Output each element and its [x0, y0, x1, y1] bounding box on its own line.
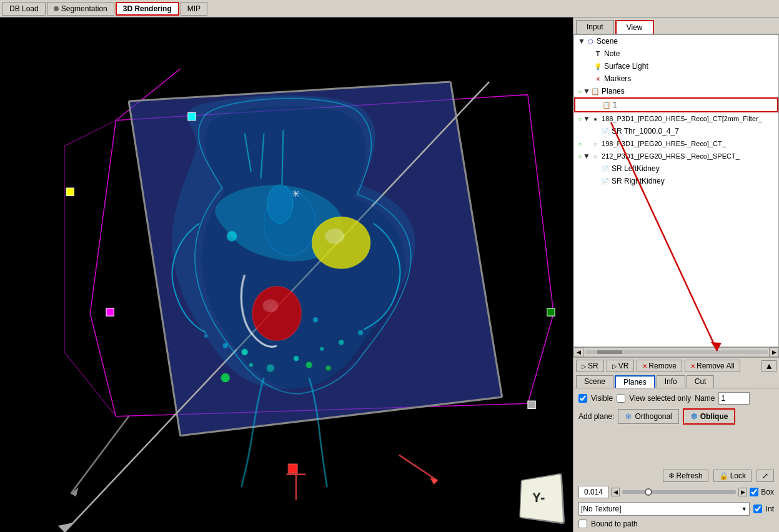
- sr-button[interactable]: ▷ SR: [576, 360, 604, 372]
- slider-track[interactable]: [622, 490, 736, 494]
- segmentation-label: Segmentation: [61, 4, 107, 13]
- refresh-icon: ❄: [668, 471, 675, 480]
- y-minus-label: Y-: [532, 489, 545, 506]
- value-input[interactable]: [578, 486, 608, 498]
- svg-line-13: [129, 82, 450, 101]
- tab-mip[interactable]: MIP: [181, 2, 207, 16]
- svg-point-23: [337, 232, 345, 240]
- tree-scrollbar[interactable]: ◀ ▶: [573, 347, 779, 357]
- svg-point-22: [227, 231, 237, 241]
- orthogonal-label: Orthogonal: [635, 412, 672, 421]
- svg-line-7: [116, 69, 180, 120]
- svg-line-9: [64, 121, 116, 146]
- visible-checkbox[interactable]: [578, 394, 587, 403]
- tab-cut[interactable]: Cut: [687, 375, 715, 388]
- tab-planes[interactable]: Planes: [615, 375, 655, 388]
- svg-line-16: [129, 101, 180, 436]
- tree-label-scene: Scene: [597, 37, 618, 46]
- scroll-track[interactable]: [585, 350, 768, 354]
- scroll-right-btn[interactable]: ▶: [769, 347, 779, 357]
- vr-icon: ▷: [612, 363, 617, 370]
- tree-label-planes: Planes: [602, 87, 625, 96]
- 188-circle: ○: [578, 116, 582, 122]
- tree-item-right-kidney[interactable]: 📄 SR RightKidney: [574, 175, 778, 187]
- svg-line-2: [528, 95, 553, 313]
- tree-item-planes[interactable]: ○ ▼ 📋 Planes: [574, 85, 778, 97]
- remove-x-icon: ✕: [642, 363, 647, 370]
- tree-item-note[interactable]: T Note: [574, 47, 778, 60]
- svg-marker-53: [430, 478, 437, 485]
- tab-3d-rendering[interactable]: 3D Rendering: [116, 2, 179, 16]
- collapse-button[interactable]: ▲: [762, 360, 777, 372]
- tree-arrow-note: [585, 49, 593, 58]
- name-input[interactable]: [718, 392, 750, 405]
- svg-line-52: [399, 455, 438, 481]
- scene-tree[interactable]: ▼ ⬡ Scene T Note 💡 Surface Light: [573, 34, 779, 347]
- oblique-button[interactable]: ❄ Oblique: [683, 408, 736, 425]
- texture-select[interactable]: [No Texture] ▼: [578, 502, 750, 516]
- svg-marker-55: [71, 487, 78, 496]
- scroll-left-btn[interactable]: ◀: [573, 347, 583, 357]
- svg-rect-0: [0, 17, 573, 532]
- svg-point-37: [252, 287, 301, 341]
- tab-info[interactable]: Info: [657, 375, 685, 388]
- tree-label-right-kidney: SR RightKidney: [612, 177, 665, 185]
- planes-circle: ○: [578, 88, 582, 95]
- tab-scene[interactable]: Scene: [576, 375, 613, 388]
- tree-label-markers: Markers: [604, 74, 631, 83]
- tree-item-plane-1[interactable]: 📋 1: [574, 97, 778, 112]
- vr-button[interactable]: ▷ VR: [607, 360, 635, 372]
- bound-row: Bound to path: [578, 520, 774, 528]
- remove-all-button[interactable]: ✕ Remove All: [685, 360, 740, 372]
- tab-view[interactable]: View: [615, 20, 654, 34]
- plane1-icon: 📋: [602, 100, 612, 110]
- svg-line-17: [64, 82, 489, 532]
- int-label: Int: [766, 505, 774, 513]
- tree-label-198: 198_P3D1_[PEG20_HRES-_Reco]_CT_: [602, 140, 726, 147]
- tree-item-sr-thr[interactable]: 📄 SR Thr_1000.0_4_7: [574, 125, 778, 137]
- tree-item-surface-light[interactable]: 💡 Surface Light: [574, 60, 778, 72]
- viewport[interactable]: ✳ Y-: [0, 17, 573, 532]
- refresh-button[interactable]: ❄ Refresh: [663, 470, 708, 482]
- slider-arrow-left[interactable]: ◀: [611, 488, 620, 496]
- 212-circle: ○: [578, 153, 582, 160]
- tree-label-188: 188_P3D1_[PEG20_HRES-_Reco]_CT[2mm_Filte…: [602, 115, 762, 122]
- view-selected-label: View selected only: [629, 394, 691, 403]
- tree-item-198[interactable]: ○ ○ 198_P3D1_[PEG20_HRES-_Reco]_CT_: [574, 137, 778, 150]
- slider-arrow-right[interactable]: ▶: [738, 488, 747, 496]
- right-panel: Input View ▼ ⬡ Scene T Note: [573, 17, 779, 532]
- visible-row: Visible View selected only Name: [578, 392, 774, 405]
- tree-label-note: Note: [604, 49, 620, 58]
- bound-path-checkbox[interactable]: [578, 520, 587, 528]
- tree-arrow-left-kidney: [593, 164, 600, 173]
- tree-label-plane1: 1: [613, 101, 617, 109]
- int-checkbox[interactable]: [753, 505, 762, 513]
- tab-db-load[interactable]: DB Load: [2, 2, 46, 16]
- props-middle: [578, 428, 774, 466]
- resize-button[interactable]: ⤢: [757, 470, 774, 482]
- slider-row: ◀ ▶ Box: [578, 486, 774, 498]
- tree-arrow-light: [585, 62, 593, 71]
- box-checkbox[interactable]: [750, 488, 758, 496]
- remove-all-x-icon: ✕: [690, 363, 695, 370]
- svg-line-14: [450, 82, 502, 397]
- orthogonal-button[interactable]: ❄ Orthogonal: [618, 409, 678, 424]
- tree-item-188[interactable]: ○ ▼ ● 188_P3D1_[PEG20_HRES-_Reco]_CT[2mm…: [574, 112, 778, 125]
- sr-icon: ▷: [582, 363, 587, 370]
- tree-item-left-kidney[interactable]: 📄 SR LeftKidney: [574, 162, 778, 175]
- view-selected-checkbox[interactable]: [617, 394, 625, 403]
- scroll-thumb: [597, 350, 622, 354]
- tree-item-212[interactable]: ○ ▼ ○ 212_P3D1_[PEG20_HRES-_Reco]_SPECT_: [574, 150, 778, 162]
- tab-segmentation[interactable]: Segmentation: [47, 2, 114, 16]
- svg-text:✳: ✳: [292, 188, 300, 199]
- lock-button[interactable]: 🔒 Lock: [713, 470, 752, 482]
- tree-item-scene[interactable]: ▼ ⬡ Scene: [574, 35, 778, 47]
- remove-button[interactable]: ✕ Remove: [637, 360, 682, 372]
- tree-item-markers[interactable]: ✳ Markers: [574, 72, 778, 85]
- svg-line-11: [64, 352, 116, 416]
- texture-arrow-icon: ▼: [742, 506, 747, 512]
- toolbar: DB Load Segmentation 3D Rendering MIP: [0, 0, 779, 17]
- bound-path-label: Bound to path: [591, 520, 638, 528]
- refresh-row: ❄ Refresh 🔒 Lock ⤢: [578, 470, 774, 482]
- tab-input[interactable]: Input: [576, 20, 614, 34]
